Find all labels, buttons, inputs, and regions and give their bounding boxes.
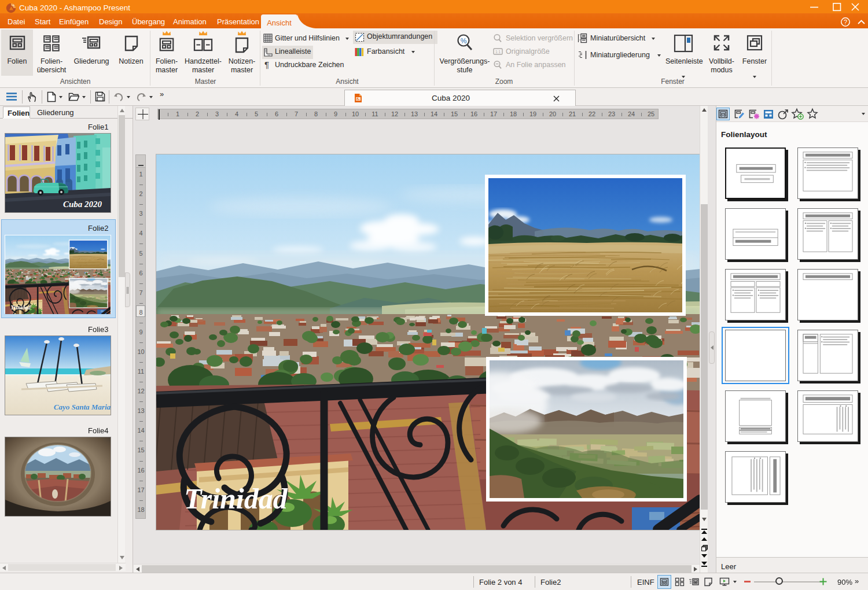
svg-text:%: % <box>461 37 467 45</box>
svg-text:Trinidad: Trinidad <box>10 304 31 311</box>
svg-text:Cuba 2020: Cuba 2020 <box>63 200 102 209</box>
svg-text:1:1: 1:1 <box>495 50 501 54</box>
svg-text:Cayo Santa Maria: Cayo Santa Maria <box>54 403 111 411</box>
svg-text:Trinidad: Trinidad <box>184 482 288 515</box>
svg-text:?: ? <box>844 19 847 25</box>
